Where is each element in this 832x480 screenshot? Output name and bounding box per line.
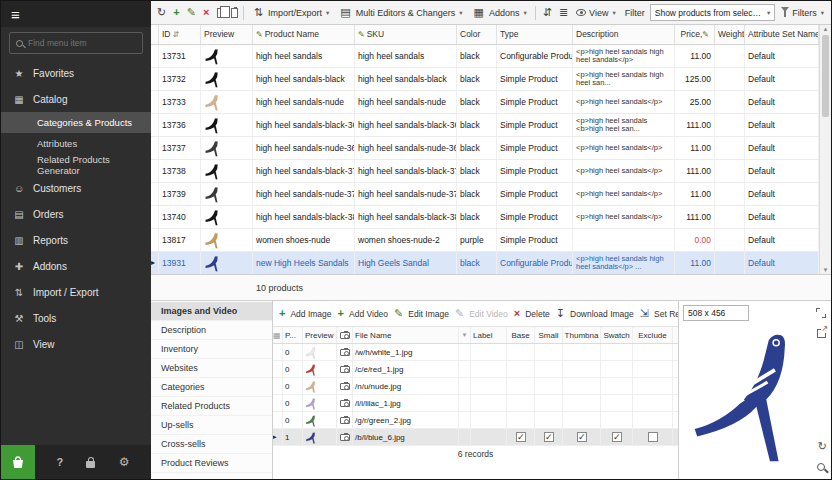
detail-tab[interactable]: Related Products bbox=[151, 397, 272, 416]
col-header-exclude[interactable]: Exclude bbox=[633, 327, 673, 343]
edit-image-button[interactable]: ✎ Edit Image bbox=[392, 308, 449, 319]
table-row[interactable]: 13732 high heel sandals-black high heel … bbox=[151, 68, 819, 91]
sidebar-item[interactable]: ▤ Orders bbox=[1, 201, 151, 227]
table-row[interactable]: 13739 high heel sandals-nude-37 high hee… bbox=[151, 183, 819, 206]
detail-tab[interactable]: Inventory bbox=[151, 340, 272, 359]
category-filter-select[interactable]: Show products from selected categories ▾ bbox=[650, 4, 776, 21]
sidebar-item[interactable]: ⚒ Tools bbox=[1, 305, 151, 331]
col-header-small[interactable]: Small bbox=[535, 327, 563, 343]
filters-button[interactable]: Filters ▾ bbox=[778, 3, 827, 23]
table-row[interactable]: 13738 high heel sandals-black-37 high he… bbox=[151, 160, 819, 183]
col-header-swatch[interactable]: Swatch bbox=[601, 327, 633, 343]
search-input[interactable] bbox=[28, 38, 136, 48]
image-size-field[interactable]: 508 x 456 bbox=[683, 305, 749, 321]
add-video-button[interactable]: + Add Video bbox=[336, 308, 389, 319]
detail-tab[interactable]: Categories bbox=[151, 378, 272, 397]
help-icon[interactable]: ? bbox=[57, 456, 64, 468]
paste-icon[interactable] bbox=[231, 8, 238, 18]
col-header-filter[interactable]: ▼ bbox=[459, 327, 471, 343]
row-height-icon[interactable]: ≣ bbox=[557, 7, 570, 18]
table-row[interactable]: 13740 high heel sandals-black-38 high he… bbox=[151, 206, 819, 229]
store-button[interactable] bbox=[1, 445, 35, 479]
col-header-product-name[interactable]: ✎ Product Name bbox=[253, 25, 355, 44]
delete-product-icon[interactable]: × bbox=[201, 7, 211, 18]
gear-icon[interactable]: ⚙ bbox=[119, 455, 130, 469]
sidebar-item[interactable]: Categories & Products bbox=[1, 112, 151, 133]
rotate-icon[interactable]: ↻ bbox=[818, 440, 827, 453]
table-row[interactable]: 13733 high heel sandals-nude high heel s… bbox=[151, 91, 819, 114]
detail-tab[interactable]: Cross-sells bbox=[151, 435, 272, 454]
image-row[interactable]: 0 /g/r/green_2.jpg bbox=[273, 412, 678, 429]
table-row[interactable]: 13737 high heel sandals-nude-36 high hee… bbox=[151, 137, 819, 160]
detail-tab[interactable]: Product Reviews bbox=[151, 454, 272, 473]
scroll-up-icon[interactable]: ▲ bbox=[820, 26, 831, 32]
image-row[interactable]: 0 /l/i/lilac_1.jpg bbox=[273, 395, 678, 412]
col-header-file-name[interactable]: File Name bbox=[353, 327, 459, 343]
addons-button[interactable]: ▦ Addons ▾ bbox=[468, 3, 529, 23]
image-row[interactable]: 0 /c/e/red_1.jpg bbox=[273, 361, 678, 378]
col-header-sku[interactable]: ✎ SKU bbox=[355, 25, 457, 44]
grid-icon[interactable]: ▦ bbox=[273, 331, 281, 340]
detail-tab[interactable]: Websites bbox=[151, 359, 272, 378]
edit-video-button[interactable]: ✎ Edit Video bbox=[453, 308, 508, 319]
col-header-preview[interactable]: Preview bbox=[201, 25, 253, 44]
sort-icon[interactable]: ⇵ bbox=[541, 7, 554, 18]
table-row[interactable]: ▸ 13931 new High Heels Sandals High Geel… bbox=[151, 252, 819, 274]
col-header-position[interactable]: P... bbox=[283, 327, 303, 343]
view-button[interactable]: View ▾ bbox=[573, 3, 619, 23]
thumbnail-checkbox[interactable] bbox=[577, 432, 587, 442]
detail-tab[interactable]: Description bbox=[151, 321, 272, 340]
copy-icon[interactable] bbox=[217, 8, 223, 18]
open-external-icon[interactable] bbox=[817, 329, 826, 338]
sidebar-item[interactable]: ⇅ Import / Export bbox=[1, 279, 151, 305]
sidebar-item[interactable]: ▦ Catalog bbox=[1, 86, 151, 112]
download-image-button[interactable]: ↧ Download Image bbox=[554, 308, 634, 319]
refresh-icon[interactable]: ↻ bbox=[155, 7, 168, 18]
scrollbar-thumb[interactable] bbox=[822, 35, 829, 117]
scroll-down-icon[interactable]: ▼ bbox=[820, 267, 831, 273]
table-row[interactable]: 13731 high heel sandals high heel sandal… bbox=[151, 45, 819, 68]
sidebar-item[interactable]: ▥ Reports bbox=[1, 227, 151, 253]
col-header-image-preview[interactable]: Preview bbox=[303, 327, 337, 343]
delete-image-button[interactable]: × Delete bbox=[512, 308, 550, 319]
lock-icon[interactable] bbox=[86, 461, 95, 468]
zoom-icon[interactable] bbox=[817, 463, 825, 471]
detail-tab[interactable]: Up-sells bbox=[151, 416, 272, 435]
vertical-scrollbar[interactable]: ▲ ▼ bbox=[819, 25, 831, 274]
col-header-type[interactable]: Type bbox=[497, 25, 573, 44]
sidebar-item[interactable]: ☺ Customers bbox=[1, 175, 151, 201]
add-image-button[interactable]: + Add Image bbox=[277, 308, 332, 319]
col-header-price[interactable]: Price, ✎ bbox=[675, 25, 715, 44]
base-checkbox[interactable] bbox=[516, 432, 526, 442]
sidebar-item[interactable]: ★ Favorites bbox=[1, 60, 151, 86]
sidebar-item[interactable]: ✚ Addons bbox=[1, 253, 151, 279]
edit-product-icon[interactable]: ✎ bbox=[185, 7, 198, 18]
sidebar-item[interactable]: Attributes bbox=[1, 133, 151, 154]
sidebar-search[interactable] bbox=[9, 32, 143, 54]
swatch-checkbox[interactable] bbox=[612, 432, 622, 442]
small-checkbox[interactable] bbox=[544, 432, 554, 442]
image-row[interactable]: ▸ 1 /b/l/blue_6.jpg bbox=[273, 429, 678, 446]
col-header-color[interactable]: Color bbox=[457, 25, 497, 44]
image-row[interactable]: 0 /w/h/white_1.jpg bbox=[273, 344, 678, 361]
import-export-button[interactable]: ⇅ Import/Export ▾ bbox=[249, 3, 333, 23]
hamburger-menu-icon[interactable]: ≡ bbox=[11, 7, 20, 22]
col-header-id[interactable]: ID ⇵ bbox=[159, 25, 201, 44]
col-header-thumbnail[interactable]: Thumbna bbox=[563, 327, 601, 343]
sidebar-item[interactable]: Related Products Generator bbox=[1, 154, 151, 175]
fullscreen-icon[interactable] bbox=[816, 308, 826, 318]
col-header-label[interactable]: Label bbox=[471, 327, 507, 343]
col-header-attribute-set[interactable]: Attribute Set Name bbox=[745, 25, 819, 44]
col-header-weight[interactable]: Weight bbox=[715, 25, 745, 44]
detail-tab[interactable]: Images and Video bbox=[151, 302, 272, 321]
multi-editors-button[interactable]: ▤ Multi Editors & Changers ▾ bbox=[335, 3, 465, 23]
exclude-checkbox[interactable] bbox=[648, 432, 658, 442]
table-row[interactable]: 13817 women shoes-nude women shoes-nude-… bbox=[151, 229, 819, 252]
set-resize-rule-button[interactable]: ⇲ Set Resize Rule bbox=[638, 308, 678, 319]
add-product-icon[interactable]: + bbox=[171, 7, 181, 18]
col-header-base[interactable]: Base bbox=[507, 327, 535, 343]
col-header-description[interactable]: Description bbox=[573, 25, 675, 44]
sidebar-item[interactable]: ◫ View bbox=[1, 331, 151, 357]
table-row[interactable]: 13736 high heel sandals-black-36 high he… bbox=[151, 114, 819, 137]
image-row[interactable]: 0 /n/u/nude.jpg bbox=[273, 378, 678, 395]
